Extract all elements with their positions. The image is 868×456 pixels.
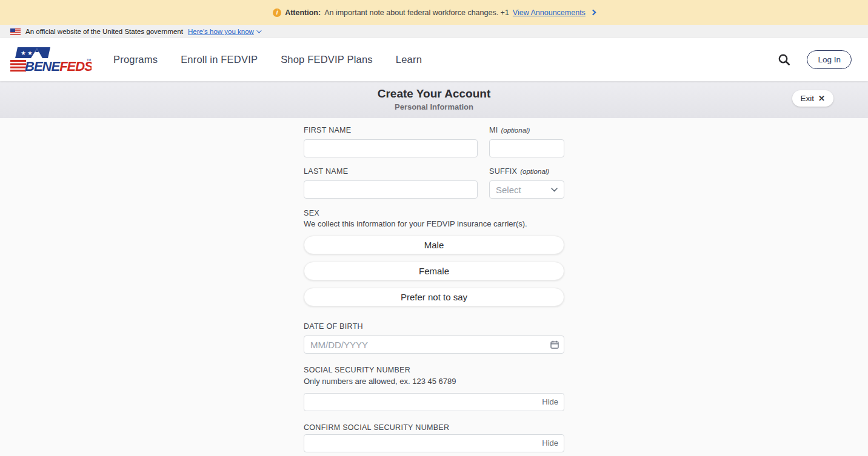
suffix-label-text: SUFFIX — [489, 167, 517, 176]
mi-optional-text: (optional) — [501, 127, 530, 134]
svg-text:★: ★ — [21, 50, 26, 56]
confirm-ssn-input-wrap: Hide — [304, 434, 564, 452]
attention-message: An important note about federal workforc… — [324, 8, 509, 17]
dob-input-wrap — [304, 335, 564, 354]
svg-text:★: ★ — [27, 50, 33, 56]
site-header: ★ ★ BENEFEDS TM Programs Enroll in FEDVI… — [0, 38, 868, 81]
dob-section: DATE OF BIRTH — [304, 322, 564, 354]
mi-label-text: MI — [489, 126, 498, 134]
nav-programs[interactable]: Programs — [113, 54, 158, 65]
us-flag-icon — [10, 28, 21, 35]
dob-label: DATE OF BIRTH — [304, 322, 564, 331]
page-title: Create Your Account — [0, 87, 868, 101]
nav-enroll-in-fedvip[interactable]: Enroll in FEDVIP — [181, 54, 258, 65]
page-header-band: Create Your Account Personal Information… — [0, 81, 868, 118]
exit-button[interactable]: Exit ✕ — [792, 90, 833, 107]
first-name-field[interactable] — [304, 139, 478, 157]
dob-field[interactable] — [304, 335, 564, 354]
gov-banner-text: An official website of the United States… — [25, 28, 183, 35]
ssn-field[interactable] — [304, 393, 564, 411]
main-nav: Programs Enroll in FEDVIP Shop FEDVIP Pl… — [113, 54, 422, 65]
confirm-ssn-field[interactable] — [304, 434, 564, 452]
ssn-hide-toggle[interactable]: Hide — [542, 397, 558, 406]
mi-group: MI(optional) — [489, 126, 564, 157]
suffix-select-value: Select — [496, 185, 521, 195]
info-icon: i — [273, 8, 281, 17]
how-you-know-link[interactable]: Here's how you know — [188, 28, 260, 35]
last-name-group: LAST NAME — [304, 167, 478, 199]
ssn-section: SOCIAL SECURITY NUMBER Only numbers are … — [304, 366, 564, 411]
suffix-group: SUFFIX(optional) Select — [489, 167, 564, 199]
sex-label: SEX — [304, 209, 564, 217]
lastname-row: LAST NAME SUFFIX(optional) Select — [304, 167, 564, 199]
account-form: FIRST NAME MI(optional) LAST NAME SUFFIX… — [304, 126, 564, 452]
confirm-ssn-section: CONFIRM SOCIAL SECURITY NUMBER Hide — [304, 423, 564, 452]
exit-label: Exit — [801, 94, 815, 103]
suffix-optional-text: (optional) — [520, 168, 549, 175]
ssn-input-wrap: Hide — [304, 393, 564, 411]
suffix-label: SUFFIX(optional) — [489, 167, 564, 176]
svg-text:BENEFEDS: BENEFEDS — [25, 59, 92, 72]
attention-label: Attention: — [285, 8, 321, 17]
last-name-label: LAST NAME — [304, 167, 478, 176]
gov-banner: An official website of the United States… — [0, 25, 868, 38]
benefeds-logo-graphic: ★ ★ BENEFEDS TM — [10, 45, 92, 72]
view-announcements-link[interactable]: View Announcements — [513, 8, 586, 17]
sex-helper-text: We collect this information for your FED… — [304, 219, 564, 228]
main-content: FIRST NAME MI(optional) LAST NAME SUFFIX… — [0, 118, 868, 456]
first-name-group: FIRST NAME — [304, 126, 478, 157]
calendar-icon[interactable] — [550, 340, 559, 351]
sex-option-female[interactable]: Female — [304, 262, 564, 280]
close-icon: ✕ — [818, 94, 825, 103]
confirm-ssn-hide-toggle[interactable]: Hide — [542, 438, 558, 448]
attention-banner: i Attention: An important note about fed… — [0, 0, 868, 25]
nav-shop-fedvip-plans[interactable]: Shop FEDVIP Plans — [281, 54, 373, 65]
chevron-down-icon — [551, 188, 558, 192]
nav-learn[interactable]: Learn — [396, 54, 422, 65]
sex-section: SEX We collect this information for your… — [304, 209, 564, 306]
log-in-button[interactable]: Log In — [807, 50, 852, 69]
mi-field[interactable] — [489, 139, 564, 157]
confirm-ssn-label: CONFIRM SOCIAL SECURITY NUMBER — [304, 423, 564, 432]
benefeds-logo[interactable]: ★ ★ BENEFEDS TM — [10, 45, 92, 74]
how-you-know-label: Here's how you know — [188, 28, 254, 35]
chevron-down-icon — [256, 28, 261, 33]
search-button[interactable] — [778, 53, 790, 66]
ssn-label: SOCIAL SECURITY NUMBER — [304, 366, 564, 374]
page-subtitle: Personal Information — [0, 102, 868, 111]
svg-text:TM: TM — [87, 58, 91, 62]
first-name-label: FIRST NAME — [304, 126, 478, 134]
last-name-field[interactable] — [304, 180, 478, 199]
sex-option-prefer-not-to-say[interactable]: Prefer not to say — [304, 288, 564, 306]
chevron-right-icon — [590, 10, 596, 16]
sex-option-male[interactable]: Male — [304, 236, 564, 254]
suffix-select[interactable]: Select — [489, 180, 564, 199]
ssn-helper-text: Only numbers are allowed, ex. 123 45 678… — [304, 377, 564, 386]
search-icon — [778, 53, 790, 66]
mi-label: MI(optional) — [489, 126, 564, 134]
name-row: FIRST NAME MI(optional) — [304, 126, 564, 157]
